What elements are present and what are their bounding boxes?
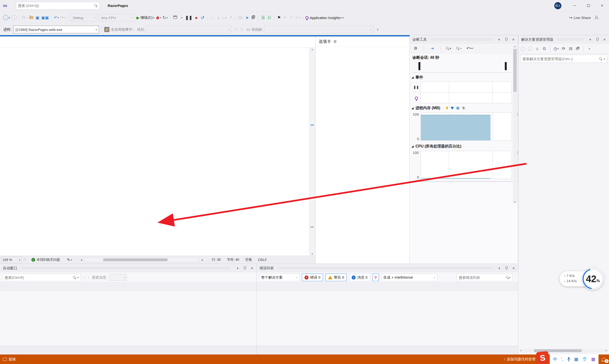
- microphone-icon[interactable]: [567, 357, 570, 362]
- toggle-bookmark-button[interactable]: ⚑: [276, 13, 282, 22]
- pending-changes-filter-icon[interactable]: ◷▾: [553, 45, 559, 53]
- sync-with-active-document-icon[interactable]: ⟳: [560, 45, 567, 53]
- redo-button[interactable]: ↷▾: [59, 13, 66, 22]
- search-up-icon[interactable]: ↑: [83, 275, 85, 280]
- soft-keyboard-icon[interactable]: ▦: [574, 357, 578, 362]
- navigate-forward-button[interactable]: →: [11, 13, 17, 22]
- flag-thread-icon[interactable]: ⚐: [239, 26, 245, 34]
- next-bookmark-button[interactable]: ⚐: [288, 13, 295, 22]
- window-position-icon[interactable]: ▾: [497, 266, 502, 270]
- solution-platform-select[interactable]: Any CPU▾: [99, 14, 135, 21]
- add-user-icon[interactable]: [593, 13, 599, 22]
- suspend-icon[interactable]: ⋈: [245, 26, 251, 34]
- se-forward-icon[interactable]: →: [527, 45, 533, 53]
- ime-toolbar[interactable]: 中 ’, ▦ 👕 ▩: [550, 354, 599, 364]
- reset-view-icon[interactable]: ↶𝄩: [466, 44, 474, 52]
- stop-debugging-button[interactable]: ■: [193, 13, 199, 22]
- export-icon[interactable]: ⇥: [429, 44, 435, 52]
- sogou-input-logo[interactable]: S: [536, 351, 549, 364]
- dbgbar-overflow-icon[interactable]: ▾: [375, 26, 381, 34]
- events-section-header[interactable]: 事件: [415, 75, 423, 80]
- autos-body[interactable]: [0, 290, 257, 346]
- timeline-ruler[interactable]: [413, 61, 512, 73]
- add-to-source-control-button[interactable]: 添加到源代码管理: [507, 357, 535, 362]
- toolbox-grid-icon[interactable]: ▩: [591, 357, 595, 362]
- search-down-icon[interactable]: ↓: [88, 275, 90, 280]
- new-file-button[interactable]: 🗋▾: [21, 13, 28, 22]
- continue-button[interactable]: ▶ 继续(C)▾: [136, 13, 155, 22]
- autos-search-input[interactable]: [4, 275, 73, 280]
- errors-filter-button[interactable]: ✕错误 0: [302, 273, 323, 281]
- ime-language-button[interactable]: 中: [553, 356, 557, 362]
- split-view-icon[interactable]: ⛶: [22, 256, 28, 264]
- application-insights-dropdown[interactable]: Application Insights▾▾: [305, 13, 344, 22]
- timeline-start-marker[interactable]: [418, 62, 420, 70]
- zoom-select[interactable]: 105 %▾: [1, 257, 22, 263]
- filter-icon-button[interactable]: ⚲: [373, 273, 379, 281]
- indent-mode-indicator[interactable]: 空格: [245, 258, 252, 262]
- pin-icon[interactable]: [504, 266, 509, 270]
- code-area[interactable]: [0, 48, 309, 256]
- outdent-lines-icon[interactable]: ☷: [266, 13, 272, 22]
- skin-icon[interactable]: 👕: [582, 357, 587, 362]
- timeline-end-marker[interactable]: [505, 62, 507, 70]
- gear-icon[interactable]: ⚙: [333, 39, 337, 44]
- thread-select[interactable]: ▾: [146, 26, 232, 33]
- search-depth-select[interactable]: ▾: [109, 274, 127, 281]
- home-icon[interactable]: ⌂: [534, 45, 540, 53]
- browse-with-button[interactable]: 🗔: [172, 13, 178, 22]
- background-tasks-icon[interactable]: [3, 358, 7, 361]
- pin-icon[interactable]: [595, 38, 600, 41]
- se-overflow-icon[interactable]: »: [586, 45, 593, 53]
- stack-frame-select[interactable]: ▾: [264, 26, 374, 33]
- close-icon[interactable]: ✕: [249, 266, 255, 270]
- collapse-all-icon[interactable]: ⊟: [568, 45, 574, 53]
- se-back-icon[interactable]: ←: [520, 45, 526, 53]
- zoom-in-icon[interactable]: +: [445, 44, 452, 52]
- live-share-button[interactable]: ↪ Live Share: [568, 13, 591, 22]
- error-list-body[interactable]: [257, 290, 518, 346]
- toolbar-overflow-icon[interactable]: ▾: [178, 13, 185, 22]
- autos-search-box[interactable]: ▾: [2, 273, 81, 281]
- show-next-statement-button[interactable]: ↓: [209, 13, 215, 22]
- preview-selected-icon[interactable]: 🗗: [575, 45, 581, 53]
- window-position-icon[interactable]: ▾: [235, 266, 240, 270]
- window-position-icon[interactable]: ▾: [496, 38, 502, 41]
- hscroll-right-icon[interactable]: ▸: [199, 256, 206, 264]
- zoom-out-icon[interactable]: −: [455, 44, 463, 52]
- error-search-box[interactable]: ▾: [456, 273, 512, 281]
- save-all-button[interactable]: ▣▣: [40, 13, 50, 22]
- solution-explorer-hscrollbar[interactable]: ◂▸: [520, 349, 608, 352]
- flag-icon[interactable]: ⚐: [233, 26, 239, 34]
- quick-search-box[interactable]: [16, 2, 100, 10]
- minimize-button[interactable]: [568, 0, 581, 11]
- warnings-filter-button[interactable]: 警告 0: [325, 273, 347, 281]
- restart-button[interactable]: ↻▾: [162, 13, 169, 22]
- solution-search-box[interactable]: ▾: [520, 55, 607, 63]
- pin-icon[interactable]: [242, 266, 247, 270]
- prev-bookmark-button[interactable]: ⚐: [282, 13, 288, 22]
- error-search-input[interactable]: [459, 275, 506, 280]
- diagnostics-settings-icon[interactable]: ⚙: [413, 44, 419, 52]
- error-scope-select[interactable]: 整个解决方案▾: [259, 273, 299, 281]
- editor-horizontal-scrollbar[interactable]: [85, 258, 198, 261]
- cpu-section-header[interactable]: CPU (所有处理器的百分比): [415, 144, 461, 149]
- restart-app-button[interactable]: ↺: [199, 13, 206, 22]
- close-icon[interactable]: ✕: [602, 38, 607, 41]
- run-to-cursor-icon[interactable]: ➤: [244, 13, 250, 22]
- notifications-bell[interactable]: 2: [598, 354, 609, 364]
- pin-icon[interactable]: [504, 38, 509, 41]
- line-ending-indicator[interactable]: CRLF: [258, 258, 267, 262]
- scroll-down-icon[interactable]: ▼: [309, 253, 315, 255]
- process-select[interactable]: [22360] RazorPages.web.exe▾: [13, 26, 99, 33]
- error-source-select[interactable]: 生成 + IntelliSense▾: [381, 273, 437, 281]
- scroll-up-icon[interactable]: ▲: [309, 48, 315, 51]
- save-button[interactable]: ▣: [34, 13, 40, 22]
- maximize-button[interactable]: [581, 0, 595, 11]
- quick-search-input[interactable]: [18, 4, 94, 8]
- switch-views-icon[interactable]: ⧉: [541, 45, 547, 53]
- navigate-back-button[interactable]: ←▾: [2, 13, 11, 22]
- hscroll-left-icon[interactable]: ◂: [78, 256, 84, 264]
- step-into-button[interactable]: ⇣: [215, 13, 221, 22]
- close-button[interactable]: ×: [595, 0, 609, 11]
